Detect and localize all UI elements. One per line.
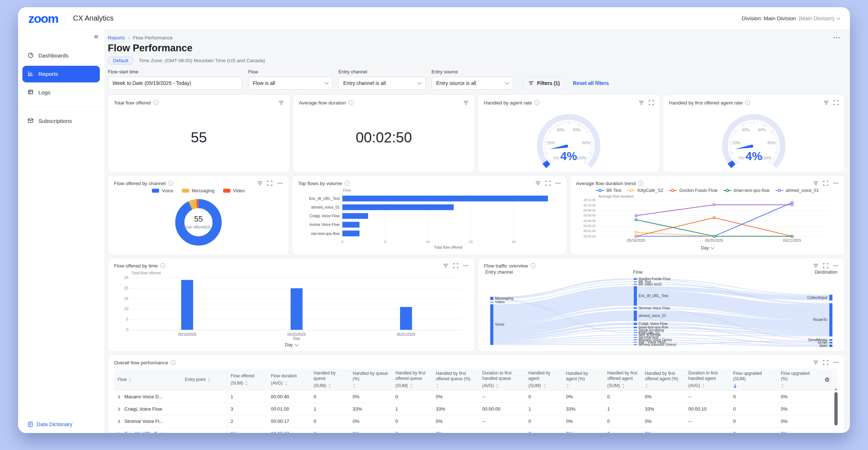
legend-item-kittycafe-sz[interactable]: KittyCafe_SZ [627, 188, 663, 193]
column-label: Handled by queue [314, 370, 345, 381]
expand-row-icon[interactable] [118, 395, 120, 399]
expand-icon[interactable] [823, 263, 828, 268]
filters-button[interactable]: Filters (1) [523, 77, 566, 90]
flow-start-time-input[interactable]: Week to Date (05/19/2025 - Today) [108, 77, 242, 90]
more-icon[interactable] [833, 181, 839, 186]
sort-icon[interactable] [328, 383, 331, 388]
flow-start-time-label: Flow start time [108, 69, 242, 74]
expand-row-icon[interactable] [118, 407, 120, 411]
table-cell: 00:00:10 [685, 403, 729, 415]
trend-day-selector[interactable]: Day [576, 245, 839, 251]
sort-icon[interactable] [702, 383, 705, 388]
sidebar-item-subscriptions[interactable]: Subscriptions [22, 113, 100, 129]
more-icon[interactable] [833, 360, 839, 365]
legend-item-voice[interactable]: Voice [152, 188, 173, 193]
more-icon[interactable] [277, 181, 283, 186]
column-header-handled-by-queue-[interactable]: Handled by queue (%) [349, 369, 392, 391]
main-content: Reports Flow Performance ⋯ Flow Performa… [104, 30, 850, 433]
sort-icon[interactable] [495, 383, 499, 388]
expand-icon[interactable] [823, 181, 828, 186]
time-day-selector[interactable]: Day [114, 342, 469, 348]
sort-icon[interactable] [128, 377, 132, 382]
legend-item-gordon-foods-flow[interactable]: Gordon Foods Flow [669, 188, 717, 193]
filter-icon[interactable] [813, 181, 818, 186]
filter-icon[interactable] [824, 100, 829, 105]
column-header-handled-by-first-offered-agent-[interactable]: Handled by first offered agent (%) [641, 369, 685, 391]
more-icon[interactable] [463, 263, 469, 268]
filter-icon[interactable] [278, 100, 284, 105]
expand-row-icon[interactable] [118, 419, 120, 424]
column-header-flow-duration[interactable]: Flow duration(AVG) [267, 369, 310, 391]
legend-item-video[interactable]: Video [223, 188, 245, 193]
scroll-up-icon[interactable]: ▲ [834, 387, 837, 391]
more-icon[interactable] [555, 181, 561, 186]
column-header-handled-by-first-offered-queue[interactable]: Handled by first offered queue(SUM) [392, 369, 432, 391]
column-header-flow[interactable]: Flow [114, 369, 181, 391]
legend-marker [627, 189, 635, 192]
legend-item-brian-test-qos-flow[interactable]: brian-test-qos-flow [723, 188, 770, 193]
column-header-handled-by-first-offered-queue-[interactable]: Handled by first offered queue (%) [432, 369, 478, 391]
table-row[interactable]: Eric_W_URL_Test2400:00:2700%00%--00%00%-… [114, 428, 837, 433]
filter-icon[interactable] [257, 181, 263, 186]
filter-icon[interactable] [535, 181, 541, 186]
table-row[interactable]: CraigL Voice Flow300:01:00133%133%00:00:… [114, 403, 837, 415]
legend-item-bk-test[interactable]: BK Test [596, 188, 621, 193]
sort-icon[interactable] [543, 383, 546, 388]
sort-icon[interactable] [284, 381, 288, 386]
column-header-flow-upgraded-sum-[interactable]: Flow upgraded (SUM) [729, 369, 777, 391]
column-header-entry-point[interactable]: Entry point [181, 369, 227, 391]
data-dictionary-link[interactable]: Data Dictionary [27, 421, 72, 427]
column-settings-gear-icon[interactable] [825, 377, 830, 383]
expand-icon[interactable] [649, 100, 654, 105]
filter-icon[interactable] [463, 100, 469, 105]
expand-icon[interactable] [545, 181, 550, 186]
breadcrumb-reports[interactable]: Reports [108, 35, 125, 40]
table-row[interactable]: Masano Voice D...100:00:4000%00%--00%00%… [114, 391, 837, 403]
sort-icon[interactable] [410, 383, 413, 388]
column-header-handled-by-queue[interactable]: Handled by queue(SUM) [310, 369, 349, 391]
sidebar-item-logs[interactable]: Logs [22, 84, 100, 101]
expand-icon[interactable] [267, 181, 272, 186]
division-selector[interactable]: Division: Main Division (Main Division) [742, 15, 840, 21]
column-header-handled-by-agent[interactable]: Handled by agent(SUM) [525, 369, 562, 391]
sort-icon[interactable] [436, 383, 439, 388]
column-header-duration-to-first-handled-queue[interactable]: Duration to first handled queue(AVG) [478, 369, 525, 391]
legend-item-ahmed-voice-01[interactable]: ahmed_voice_01 [775, 188, 819, 193]
filter-icon[interactable] [639, 100, 644, 105]
filter-icon[interactable] [813, 360, 818, 365]
info-icon [638, 181, 643, 186]
sorted-desc-icon[interactable] [733, 383, 737, 388]
sort-icon[interactable] [245, 381, 248, 386]
expand-icon[interactable] [834, 100, 839, 105]
svg-text:00:05:00: 00:05:00 [583, 219, 596, 223]
sort-icon[interactable] [622, 383, 625, 388]
legend-item-messaging[interactable]: Messaging [182, 188, 214, 193]
sort-icon[interactable] [353, 383, 356, 388]
scrollbar-thumb[interactable] [834, 392, 838, 425]
expand-row-icon[interactable] [118, 432, 120, 433]
more-icon[interactable] [833, 263, 839, 268]
sort-icon[interactable] [781, 383, 784, 388]
flow-filter-select[interactable]: Flow is all [248, 77, 333, 90]
expand-icon[interactable] [823, 360, 828, 365]
reset-filters-button[interactable]: Reset all filters [573, 77, 609, 90]
filter-icon[interactable] [443, 263, 448, 268]
sidebar-collapse-icon[interactable]: « [94, 32, 98, 41]
column-header-flow-upgraded-[interactable]: Flow upgraded (%) [777, 369, 817, 391]
column-header-duration-to-first-handled-agent[interactable]: Duration to first handled agent(AVG) [685, 369, 729, 391]
sort-icon[interactable] [645, 383, 648, 388]
column-header-handled-by-first-offered-agent[interactable]: Handled by first offered agent(SUM) [604, 369, 641, 391]
filter-icon[interactable] [813, 263, 818, 268]
page-more-icon[interactable]: ⋯ [833, 33, 845, 42]
column-label: Handled by first offered queue [395, 370, 429, 381]
column-header-handled-by-agent-[interactable]: Handled by agent (%) [562, 369, 604, 391]
sidebar-item-reports[interactable]: Reports [22, 66, 100, 82]
sidebar-item-dashboards[interactable]: Dashboards [22, 47, 100, 64]
sort-icon[interactable] [207, 377, 210, 382]
sort-icon[interactable] [566, 383, 569, 388]
entry-source-select[interactable]: Entry source is all [431, 77, 513, 90]
column-header-flow-offered[interactable]: Flow offered(SUM) [227, 369, 267, 391]
expand-icon[interactable] [453, 263, 458, 268]
table-row[interactable]: Stromar Voice Fl...200:00:1700%00%--00%0… [114, 415, 837, 428]
entry-channel-select[interactable]: Entry channel is all [339, 77, 426, 90]
